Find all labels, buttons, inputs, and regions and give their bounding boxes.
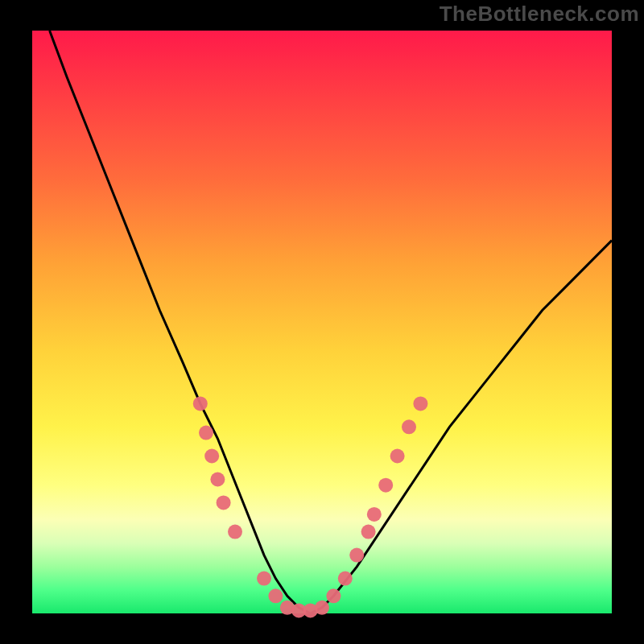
bottleneck-curve [50,31,612,613]
data-point [349,548,364,563]
data-point [315,601,329,615]
scatter-dots [193,396,428,617]
data-point [217,495,231,510]
data-point [378,478,393,493]
data-point [210,473,225,487]
data-point [257,572,271,586]
data-point [402,419,416,434]
data-point [193,396,208,411]
data-point [199,426,213,440]
plot-area [32,31,612,613]
chart-svg [32,31,612,613]
data-point [367,507,382,522]
data-point [338,572,353,586]
data-point [204,449,219,464]
data-point [361,525,376,539]
chart-frame: TheBottleneck.com [0,0,644,644]
data-point [390,449,405,464]
data-point [326,588,341,603]
data-point [228,525,242,539]
watermark-text: TheBottleneck.com [440,2,639,27]
data-point [268,588,283,603]
data-point [413,396,427,411]
